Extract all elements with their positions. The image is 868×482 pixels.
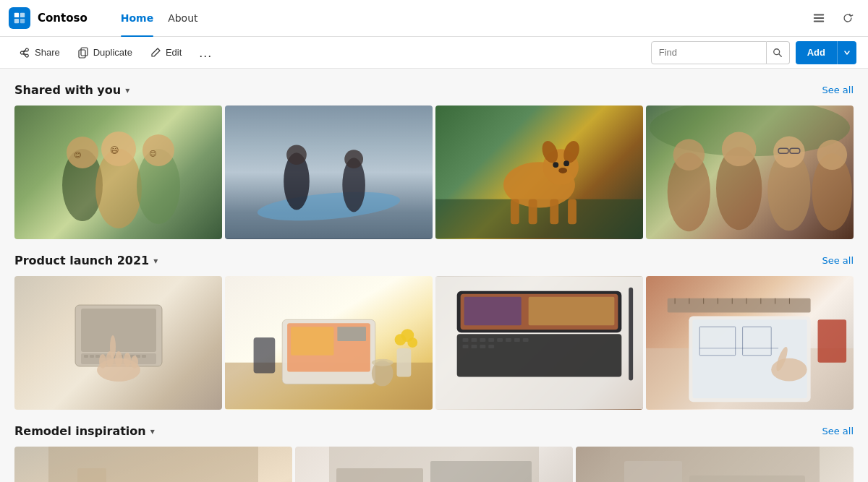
svg-rect-111: [789, 298, 790, 304]
nav-right-icons: [807, 7, 859, 30]
more-button[interactable]: ...: [192, 42, 219, 64]
svg-rect-1: [20, 13, 25, 17]
svg-rect-73: [291, 327, 333, 356]
duplicate-button[interactable]: Duplicate: [70, 43, 140, 63]
nav-about[interactable]: About: [161, 0, 205, 37]
photo-placeholder-svg: [610, 447, 820, 482]
svg-point-46: [817, 139, 848, 170]
photo-placeholder-svg: [48, 447, 258, 482]
shared-photo-1[interactable]: 😊 😄 😊: [14, 106, 222, 239]
svg-rect-88: [497, 338, 503, 342]
svg-point-76: [372, 359, 393, 366]
remodel-title[interactable]: Remodel inspiration ▾: [14, 424, 155, 438]
svg-rect-62: [142, 355, 146, 358]
photo-placeholder-svg: [225, 106, 433, 239]
shared-photo-4[interactable]: [646, 106, 854, 239]
product-chevron-icon: ▾: [153, 256, 158, 266]
svg-rect-105: [703, 298, 704, 304]
refresh-icon-btn[interactable]: [836, 7, 859, 30]
svg-rect-86: [480, 338, 485, 342]
svg-rect-52: [84, 355, 88, 358]
remodel-photo-1[interactable]: [14, 447, 292, 482]
svg-point-69: [110, 335, 116, 358]
svg-rect-104: [689, 298, 689, 304]
product-title[interactable]: Product launch 2021 ▾: [14, 254, 158, 267]
nav-home[interactable]: Home: [114, 0, 161, 37]
svg-rect-92: [463, 345, 469, 348]
shared-photo-3[interactable]: [435, 106, 643, 239]
svg-rect-53: [90, 355, 94, 358]
product-photo-3[interactable]: [435, 276, 643, 410]
svg-rect-108: [746, 298, 747, 304]
remodel-see-all[interactable]: See all: [822, 426, 854, 436]
remodel-chevron-icon: ▾: [150, 426, 155, 436]
svg-rect-84: [463, 338, 469, 342]
add-button[interactable]: Add: [796, 41, 837, 64]
logo-wrap: Contoso: [9, 7, 102, 29]
search-wrap: Add: [651, 41, 856, 64]
svg-rect-107: [732, 298, 733, 304]
chevron-down-icon: [843, 49, 851, 56]
app-logo-icon: [9, 7, 30, 29]
product-photo-2[interactable]: [225, 276, 433, 410]
search-button[interactable]: [767, 41, 790, 64]
search-input[interactable]: [651, 41, 767, 64]
svg-rect-99: [529, 297, 615, 326]
svg-rect-109: [760, 298, 761, 304]
photo-placeholder-svg: [225, 276, 433, 410]
svg-rect-7: [81, 48, 88, 56]
remodel-photo-2[interactable]: [295, 447, 573, 482]
svg-rect-77: [397, 348, 412, 377]
svg-text:😊: 😊: [74, 151, 81, 159]
svg-rect-34: [511, 199, 519, 225]
top-nav: Contoso Home About: [0, 0, 868, 37]
product-photo-4[interactable]: [646, 276, 854, 410]
svg-rect-35: [529, 199, 537, 225]
svg-point-32: [563, 160, 569, 166]
svg-rect-90: [514, 338, 520, 342]
edit-button[interactable]: Edit: [142, 43, 189, 63]
svg-line-10: [779, 53, 782, 56]
svg-rect-110: [775, 298, 775, 304]
svg-point-117: [771, 358, 807, 382]
svg-rect-3: [20, 19, 25, 23]
share-icon: [19, 47, 30, 59]
svg-rect-85: [471, 338, 477, 342]
svg-point-67: [124, 353, 131, 367]
settings-icon-btn[interactable]: [807, 7, 830, 30]
svg-point-40: [673, 139, 705, 171]
add-dropdown-button[interactable]: [837, 41, 856, 64]
svg-rect-74: [337, 327, 366, 341]
svg-rect-103: [675, 298, 676, 304]
shared-see-all[interactable]: See all: [822, 85, 854, 95]
svg-point-25: [344, 150, 363, 168]
product-photo-1[interactable]: [14, 276, 222, 410]
svg-rect-98: [464, 297, 522, 326]
share-button[interactable]: Share: [12, 43, 67, 63]
svg-rect-131: [689, 475, 805, 482]
svg-rect-87: [488, 338, 494, 342]
shared-chevron-icon: ▾: [125, 85, 129, 95]
svg-point-68: [131, 356, 138, 369]
duplicate-icon: [77, 47, 89, 59]
photo-placeholder-svg: [646, 276, 854, 410]
shared-photo-2[interactable]: [225, 106, 433, 239]
svg-rect-54: [95, 355, 100, 358]
svg-rect-2: [14, 19, 19, 23]
svg-rect-95: [488, 345, 494, 348]
svg-rect-94: [480, 345, 485, 348]
product-see-all[interactable]: See all: [822, 255, 854, 266]
svg-point-16: [142, 134, 174, 166]
svg-rect-126: [430, 461, 532, 482]
photo-placeholder-svg: [329, 447, 539, 482]
svg-rect-93: [471, 345, 477, 348]
svg-rect-119: [818, 319, 847, 362]
svg-rect-8: [79, 50, 85, 58]
photo-placeholder-svg: [61, 276, 176, 410]
photo-placeholder-svg: [435, 106, 643, 239]
remodel-photo-3[interactable]: [576, 447, 854, 482]
shared-title[interactable]: Shared with you ▾: [14, 83, 129, 97]
edit-icon: [150, 47, 161, 59]
svg-rect-50: [81, 309, 156, 352]
photo-placeholder-svg: [646, 106, 854, 239]
